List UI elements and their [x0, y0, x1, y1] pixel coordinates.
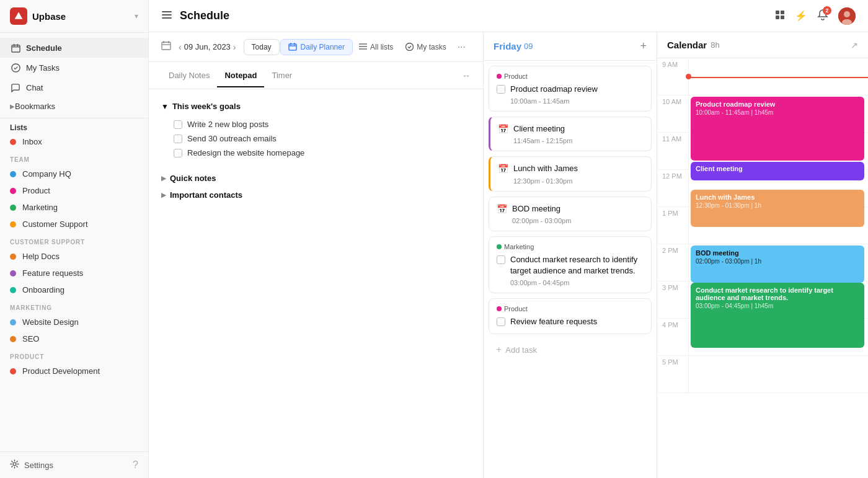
customer-support-section-label: CUSTOMER SUPPORT [0, 232, 148, 248]
help-icon[interactable]: ? [133, 459, 138, 471]
time-label-9am: 9 AM [657, 58, 688, 95]
time-label-11am: 11 AM [657, 133, 688, 169]
sidebar-collapse-icon[interactable]: ▾ [135, 12, 138, 20]
task-content-3: BOD meeting 02:00pm - 03:00pm [512, 203, 571, 224]
calendar-hours: 8h [711, 40, 719, 50]
customer-support-label: Customer Support [22, 219, 88, 229]
svg-rect-10 [776, 11, 779, 14]
svg-marker-0 [15, 12, 23, 19]
task-card-2[interactable]: 📅 Lunch with James 12:30pm - 01:30pm [489, 156, 652, 191]
lists-section[interactable]: Lists [0, 121, 148, 133]
goal-checkbox-0[interactable] [174, 120, 182, 129]
sidebar-item-onboarding[interactable]: Onboarding [0, 281, 148, 298]
svg-point-6 [13, 463, 16, 466]
all-lists-button[interactable]: All lists [353, 40, 399, 55]
task-card-1[interactable]: 📅 Client meeting 11:45am - 12:15pm [489, 117, 652, 151]
calendar-title: Calendar [667, 40, 707, 50]
task-tag-5: Product [497, 305, 644, 312]
sidebar-nav: Schedule My Tasks Chat ▶ Bookmarks Lists… [0, 33, 148, 384]
task-tag-label-4: Marketing [504, 243, 534, 250]
task-row-0: Product roadmap review 10:00am - 11:45am [497, 84, 644, 105]
add-task-row[interactable]: + Add task [489, 339, 652, 360]
task-row-5: Review feature requests [497, 316, 644, 327]
my-tasks-button[interactable]: My tasks [399, 40, 452, 55]
sidebar-item-customer-support[interactable]: Customer Support [0, 216, 148, 232]
cal-event-client-meeting[interactable]: Client meeting [691, 162, 864, 180]
svg-point-15 [844, 11, 850, 17]
cal-event-lunch-james[interactable]: Lunch with James 12:30pm - 01:30pm | 1h [691, 190, 864, 227]
task-tag-label-0: Product [504, 73, 528, 80]
tab-timer[interactable]: Timer [264, 64, 299, 87]
task-title-3: BOD meeting [512, 203, 571, 215]
marketing-section-label: MARKETING [0, 298, 148, 314]
goal-checkbox-2[interactable] [174, 149, 182, 157]
sidebar-item-chat[interactable]: Chat [0, 77, 148, 97]
time-label-10am: 10 AM [657, 95, 688, 132]
hamburger-icon[interactable] [161, 9, 172, 23]
task-card-0[interactable]: Product Product roadmap review 10:00am -… [489, 66, 652, 112]
cal-event-market-research[interactable]: Conduct market research to identify targ… [691, 283, 864, 348]
sidebar-item-feature-requests[interactable]: Feature requests [0, 265, 148, 281]
quick-notes-section[interactable]: ▶ Quick notes [161, 170, 471, 187]
task-time-4: 03:00pm - 04:45pm [510, 279, 644, 286]
sidebar-item-website-design[interactable]: Website Design [0, 314, 148, 330]
sidebar-item-seo[interactable]: SEO [0, 330, 148, 347]
sidebar-item-help-docs[interactable]: Help Docs [0, 248, 148, 265]
avatar[interactable] [838, 7, 856, 25]
grid-icon[interactable] [775, 10, 785, 22]
bookmarks-toggle[interactable]: ▶ Bookmarks [0, 97, 148, 115]
date-prev-arrow[interactable]: ‹ [176, 40, 184, 55]
task-checkbox-4[interactable] [497, 255, 505, 264]
time-label-4pm: 4 PM [657, 319, 688, 355]
sidebar-item-company-hq[interactable]: Company HQ [0, 166, 148, 182]
time-label-5pm: 5 PM [657, 356, 688, 392]
sidebar-item-schedule[interactable]: Schedule [0, 38, 148, 58]
calendar-icon-1: 📅 [498, 124, 508, 134]
task-card-4[interactable]: Marketing Conduct market research to ide… [489, 236, 652, 293]
website-design-label: Website Design [22, 317, 79, 327]
notification-bell[interactable]: 2 [817, 9, 828, 22]
add-task-plus-icon: + [496, 344, 502, 355]
sidebar-footer: Settings ? [0, 451, 148, 478]
cal-event-time-4: 03:00pm - 04:45pm | 1h45m [696, 303, 859, 309]
task-card-3[interactable]: 📅 BOD meeting 02:00pm - 03:00pm [489, 197, 652, 231]
goal-label-0: Write 2 new blog posts [187, 120, 268, 129]
tab-daily-notes[interactable]: Daily Notes [161, 64, 217, 87]
daily-planner-button[interactable]: Daily Planner [280, 39, 353, 55]
cal-event-product-roadmap[interactable]: Product roadmap review 10:00am - 11:45am… [691, 97, 864, 161]
svg-rect-1 [11, 45, 19, 51]
task-time-1: 11:45am - 12:15pm [513, 137, 572, 144]
task-row-3: 📅 BOD meeting 02:00pm - 03:00pm [497, 203, 644, 224]
sidebar: Upbase ▾ Schedule My Tasks Chat ▶ Bookma… [0, 0, 149, 478]
tab-notepad[interactable]: Notepad [217, 64, 264, 87]
inbox-item[interactable]: Inbox [0, 133, 148, 150]
lightning-icon[interactable]: ⚡ [795, 10, 807, 22]
sidebar-item-marketing[interactable]: Marketing [0, 199, 148, 216]
important-contacts-section[interactable]: ▶ Important contacts [161, 187, 471, 203]
cal-event-bod-meeting[interactable]: BOD meeting 02:00pm - 03:00pm | 1h [691, 246, 864, 283]
today-button[interactable]: Today [244, 39, 280, 55]
task-tag-4: Marketing [497, 243, 644, 250]
friday-day-num: 09 [524, 42, 533, 51]
task-checkbox-5[interactable] [497, 317, 505, 326]
cal-event-title-4: Conduct market research to identify targ… [696, 286, 859, 301]
task-checkbox-0[interactable] [497, 85, 505, 94]
content-area: ‹ 09 Jun, 2023 › Today Daily Planner All… [149, 32, 868, 478]
add-task-plus-icon[interactable]: + [640, 40, 647, 53]
task-card-5[interactable]: Product Review feature requests [489, 298, 652, 334]
expand-icon[interactable]: ↗ [851, 40, 858, 50]
panel-icon[interactable] [161, 41, 171, 53]
more-options-icon[interactable]: ··· [453, 39, 471, 55]
tab-collapse-icon[interactable]: ↔ [462, 71, 471, 81]
svg-rect-13 [781, 15, 784, 19]
time-label-3pm: 3 PM [657, 281, 688, 318]
date-next-arrow[interactable]: › [231, 40, 239, 55]
task-tag-dot-5 [497, 306, 502, 311]
goal-checkbox-1[interactable] [174, 135, 182, 143]
svg-rect-21 [289, 44, 296, 50]
sidebar-item-product[interactable]: Product [0, 182, 148, 199]
settings-item[interactable]: Settings [10, 459, 53, 471]
sidebar-item-my-tasks[interactable]: My Tasks [0, 58, 148, 77]
goals-header[interactable]: ▼ This week's goals [161, 102, 471, 111]
sidebar-item-product-development[interactable]: Product Development [0, 363, 148, 379]
